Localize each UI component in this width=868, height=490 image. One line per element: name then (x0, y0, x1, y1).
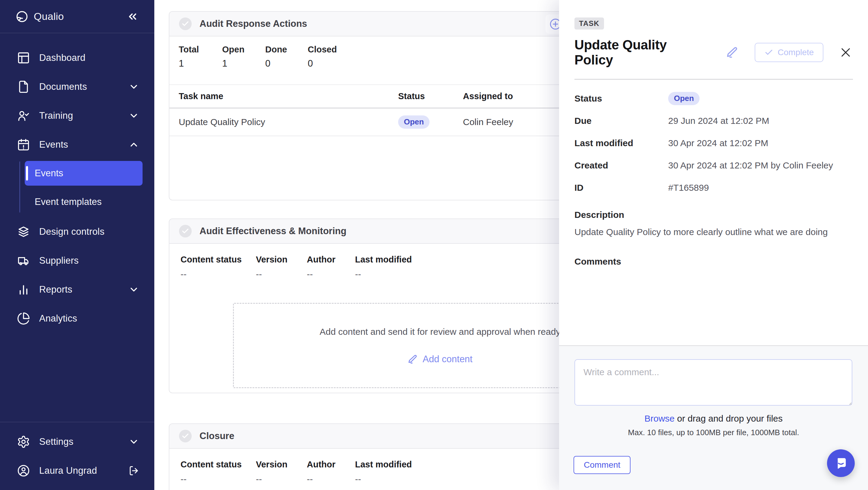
browse-link[interactable]: Browse (644, 414, 675, 423)
section-title: Audit Response Actions (199, 19, 307, 29)
meta-value: -- (256, 474, 307, 484)
complete-button[interactable]: Complete (755, 43, 824, 62)
meta-value: -- (307, 269, 355, 279)
section-check-icon (179, 225, 192, 238)
status-cell: Open (398, 115, 463, 128)
sidebar-subitem-label: Event templates (35, 196, 101, 207)
field-value: #T165899 (668, 183, 709, 193)
meta-author: Author -- (307, 460, 355, 484)
sidebar-item-label: Analytics (39, 313, 77, 324)
task-title: Update Quality Policy (575, 37, 708, 67)
stat-value: 0 (265, 58, 308, 69)
add-content-button[interactable]: Add content (407, 354, 472, 365)
section-check-icon (179, 18, 192, 30)
meta-value: -- (256, 269, 307, 279)
chat-widget-button[interactable] (827, 449, 855, 477)
stat-label: Total (179, 44, 222, 55)
field-value: 29 Jun 2024 at 12:02 PM (668, 116, 769, 126)
sidebar-item-dashboard[interactable]: Dashboard (0, 43, 154, 72)
truck-icon (17, 254, 30, 267)
meta-label: Content status (181, 460, 256, 469)
sidebar-header: Qualio (0, 0, 154, 33)
comment-composer: Browse or drag and drop your files Max. … (559, 345, 868, 490)
complete-label: Complete (778, 48, 814, 57)
sidebar-collapse-button[interactable] (125, 9, 140, 24)
sidebar-item-label: Documents (39, 81, 87, 92)
calendar-alert-icon (17, 138, 30, 151)
task-type-badge: TASK (575, 18, 604, 30)
column-header-status: Status (398, 91, 463, 101)
document-icon (17, 80, 30, 93)
meta-value: -- (355, 269, 412, 279)
field-label: Last modified (575, 138, 668, 148)
field-due: Due 29 Jun 2024 at 12:02 PM (575, 110, 853, 132)
file-upload-hint: Browse or drag and drop your files (559, 414, 868, 424)
field-last-modified: Last modified 30 Apr 2024 at 12:02 PM (575, 132, 853, 154)
sidebar-item-training[interactable]: Training (0, 101, 154, 130)
sidebar-subitem-event-templates[interactable]: Event templates (25, 189, 143, 214)
panel-divider (575, 79, 853, 80)
field-label: Due (575, 116, 668, 126)
chevron-down-icon (128, 81, 139, 92)
chevron-down-icon (128, 110, 139, 121)
description-label: Description (575, 210, 853, 220)
comment-submit-button[interactable]: Comment (574, 456, 630, 474)
sidebar-item-documents[interactable]: Documents (0, 72, 154, 101)
field-status: Status Open (575, 87, 853, 110)
meta-label: Content status (181, 255, 256, 265)
stat-closed: Closed 0 (308, 44, 337, 84)
sidebar-item-events[interactable]: Events (0, 130, 154, 159)
edit-task-icon[interactable] (726, 46, 738, 59)
status-badge: Open (668, 92, 700, 105)
meta-last-modified: Last modified -- (355, 460, 412, 484)
sidebar-item-reports[interactable]: Reports (0, 275, 154, 304)
stat-done: Done 0 (265, 44, 308, 84)
bar-chart-icon (17, 283, 30, 296)
stat-label: Closed (308, 44, 337, 55)
meta-label: Author (307, 460, 355, 469)
comments-label: Comments (575, 256, 853, 267)
comment-input[interactable] (575, 359, 852, 406)
sidebar-item-label: Dashboard (39, 53, 85, 63)
sidebar-item-label: Settings (39, 436, 73, 447)
close-panel-icon[interactable] (838, 45, 853, 60)
meta-value: -- (355, 474, 412, 484)
task-name-cell[interactable]: Update Quality Policy (179, 117, 398, 127)
meta-value: -- (181, 474, 256, 484)
meta-value: -- (181, 269, 256, 279)
task-detail-panel: TASK Update Quality Policy Complete (559, 0, 868, 490)
sidebar-subitem-events[interactable]: Events (25, 161, 143, 186)
field-label: Created (575, 160, 668, 171)
stat-value: 1 (222, 58, 265, 69)
empty-content-hint: Add content and send it for review and a… (320, 327, 561, 337)
layers-icon (17, 225, 30, 238)
task-detail-body: TASK Update Quality Policy Complete (559, 0, 868, 267)
sidebar-item-suppliers[interactable]: Suppliers (0, 246, 154, 275)
sidebar-item-design-controls[interactable]: Design controls (0, 217, 154, 246)
sidebar-item-label: Suppliers (39, 255, 79, 266)
sidebar-item-analytics[interactable]: Analytics (0, 304, 154, 333)
stat-label: Done (265, 44, 308, 55)
qualio-logo-icon (15, 10, 29, 24)
pen-icon (407, 354, 418, 364)
sidebar-item-label: Training (39, 110, 73, 121)
meta-last-modified: Last modified -- (355, 255, 412, 279)
gear-icon (17, 435, 30, 449)
logout-icon[interactable] (128, 465, 139, 476)
task-title-row: Update Quality Policy Complete (575, 37, 853, 67)
meta-value: -- (307, 474, 355, 484)
meta-version: Version -- (256, 460, 307, 484)
sidebar-item-user[interactable]: Laura Ungrad (0, 456, 154, 485)
sidebar-nav: Dashboard Documents (0, 33, 154, 333)
description-text: Update Quality Policy to more clearly ou… (575, 226, 853, 238)
meta-content-status: Content status -- (181, 460, 256, 484)
meta-version: Version -- (256, 255, 307, 279)
sidebar-bottom: Settings Laura Ungrad (0, 422, 154, 485)
sidebar-item-label: Design controls (39, 226, 104, 237)
field-created: Created 30 Apr 2024 at 12:02 PM by Colin… (575, 154, 853, 177)
meta-label: Author (307, 255, 355, 265)
field-label: ID (575, 183, 668, 193)
sidebar-item-settings[interactable]: Settings (0, 427, 154, 456)
stat-label: Open (222, 44, 265, 55)
stat-open: Open 1 (222, 44, 265, 84)
